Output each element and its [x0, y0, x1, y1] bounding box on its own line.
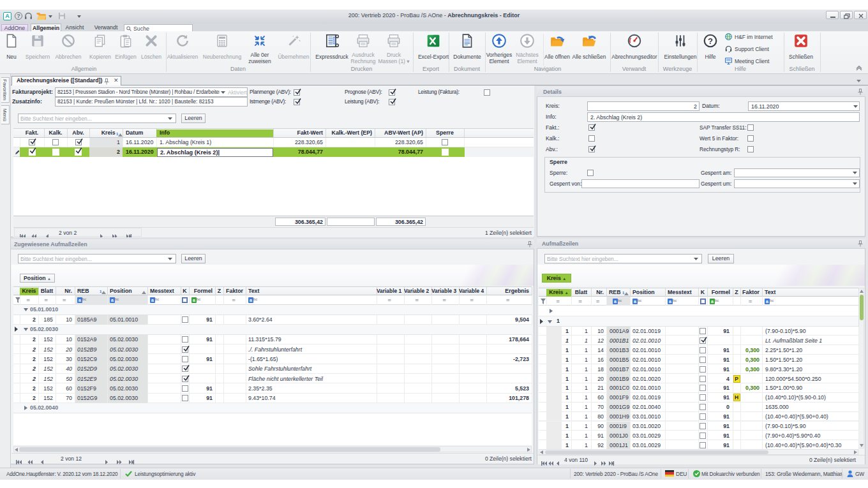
svg-text:?: ? [708, 36, 713, 46]
